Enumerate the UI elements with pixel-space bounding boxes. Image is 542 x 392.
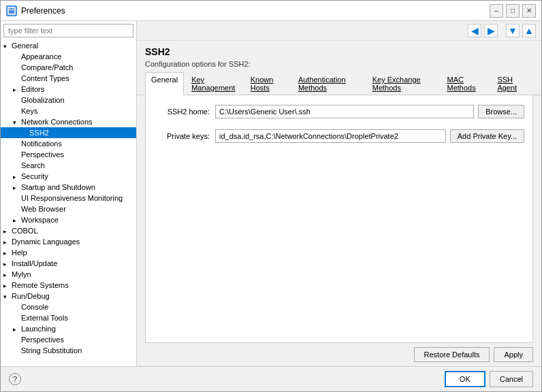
sidebar-item-appearance[interactable]: Appearance [1, 51, 136, 62]
sidebar-item-cobol[interactable]: COBOL [1, 225, 136, 236]
sidebar-item-help[interactable]: Help [1, 247, 136, 258]
footer-buttons: OK Cancel [445, 371, 533, 387]
private-keys-row: Private keys: Add Private Key... [154, 129, 524, 143]
private-keys-label: Private keys: [154, 132, 215, 140]
sidebar-item-mylyn[interactable]: Mylyn [1, 269, 136, 280]
window-title: Preferences [21, 6, 490, 16]
sidebar-item-workspace[interactable]: Workspace [1, 214, 136, 225]
sidebar-item-console[interactable]: Console [1, 301, 136, 312]
sidebar-item-label-cobol: COBOL [12, 227, 38, 235]
sidebar-item-label-general: General [12, 42, 38, 50]
sidebar-item-label-startup-shutdown: Startup and Shutdown [21, 183, 95, 191]
sidebar-item-label-network-connections: Network Connections [21, 118, 93, 126]
add-private-key-button[interactable]: Add Private Key... [450, 129, 524, 143]
sidebar-item-editors[interactable]: Editors [1, 84, 136, 95]
sidebar-item-string-substitution[interactable]: String Substitution [1, 345, 136, 356]
forward-button[interactable]: ▶ [484, 24, 498, 37]
sidebar-item-install-update[interactable]: Install/Update [1, 258, 136, 269]
sidebar-item-startup-shutdown[interactable]: Startup and Shutdown [1, 182, 136, 193]
sidebar-item-label-perspectives-run: Perspectives [21, 336, 64, 344]
sidebar-item-keys[interactable]: Keys [1, 105, 136, 116]
panel-body: SSH2 home: Browse... Private keys: Add P… [145, 95, 533, 343]
main-content: GeneralAppearanceCompare/PatchContent Ty… [1, 21, 541, 366]
sidebar-item-label-install-update: Install/Update [12, 259, 57, 267]
ok-button[interactable]: OK [445, 371, 485, 387]
menu-button[interactable]: ▼ [506, 24, 520, 37]
ssh2-home-row: SSH2 home: Browse... [154, 105, 524, 118]
minimize-button[interactable]: – [490, 4, 503, 18]
cancel-button[interactable]: Cancel [490, 371, 533, 387]
sidebar-item-label-external-tools: External Tools [21, 314, 68, 322]
sidebar-item-label-perspectives: Perspectives [21, 150, 64, 159]
sidebar-item-label-notifications: Notifications [21, 140, 62, 148]
sidebar-item-web-browser[interactable]: Web Browser [1, 203, 136, 214]
title-bar: Preferences – □ ✕ [1, 1, 541, 21]
tab-ssh-agent[interactable]: SSH Agent [491, 72, 532, 95]
sidebar-item-launching[interactable]: Launching [1, 323, 136, 334]
sidebar-item-label-search: Search [21, 161, 45, 169]
tab-key-management[interactable]: Key Management [185, 72, 243, 95]
sidebar-item-label-keys: Keys [21, 107, 37, 115]
window-icon [6, 5, 17, 16]
sidebar-item-globalization[interactable]: Globalization [1, 95, 136, 105]
sidebar-item-ui-responsiveness[interactable]: UI Responsiveness Monitoring [1, 193, 136, 203]
sidebar-item-label-content-types: Content Types [21, 74, 69, 82]
ssh2-home-label: SSH2 home: [154, 108, 215, 116]
sidebar-item-label-workspace: Workspace [21, 216, 59, 224]
sidebar-item-external-tools[interactable]: External Tools [1, 312, 136, 323]
sidebar-item-dynamic-languages[interactable]: Dynamic Languages [1, 236, 136, 247]
right-panel: ◀ ▶ ▼ ▲ SSH2 Configuration options for S… [137, 21, 541, 366]
tabs-bar: GeneralKey ManagementKnown HostsAuthenti… [137, 72, 541, 95]
sidebar-item-perspectives-run[interactable]: Perspectives [1, 334, 136, 345]
sidebar-item-compare-patch[interactable]: Compare/Patch [1, 62, 136, 73]
sidebar-item-label-ui-responsiveness: UI Responsiveness Monitoring [21, 194, 123, 202]
sidebar-item-search[interactable]: Search [1, 160, 136, 171]
sidebar-item-label-mylyn: Mylyn [12, 270, 31, 278]
ssh2-home-input[interactable] [215, 105, 474, 118]
sidebar: GeneralAppearanceCompare/PatchContent Ty… [1, 21, 137, 366]
preferences-window: Preferences – □ ✕ GeneralAppearanceCompa… [0, 0, 542, 392]
footer-bar: ? OK Cancel [1, 366, 541, 391]
window-controls: – □ ✕ [490, 4, 536, 18]
sidebar-item-content-types[interactable]: Content Types [1, 73, 136, 84]
sidebar-item-label-editors: Editors [21, 85, 44, 93]
maximize-button[interactable]: □ [506, 4, 520, 18]
sidebar-item-label-ssh2: SSH2 [29, 129, 49, 137]
help-button[interactable]: ? [9, 373, 21, 385]
sidebar-item-security[interactable]: Security [1, 171, 136, 182]
apply-button[interactable]: Apply [494, 347, 533, 362]
filter-input[interactable] [3, 24, 133, 37]
sidebar-item-label-web-browser: Web Browser [21, 205, 66, 213]
sidebar-item-run-debug[interactable]: Run/Debug [1, 291, 136, 301]
tab-known-hosts[interactable]: Known Hosts [244, 72, 291, 95]
svg-rect-0 [8, 7, 15, 14]
sidebar-item-perspectives[interactable]: Perspectives [1, 149, 136, 160]
sidebar-item-label-appearance: Appearance [21, 52, 61, 61]
sidebar-item-general[interactable]: General [1, 40, 136, 51]
sidebar-item-network-connections[interactable]: Network Connections [1, 116, 136, 127]
tab-key-exchange-methods[interactable]: Key Exchange Methods [366, 72, 440, 95]
sidebar-item-notifications[interactable]: Notifications [1, 138, 136, 149]
private-keys-input[interactable] [215, 129, 446, 143]
sidebar-item-ssh2[interactable]: SSH2 [1, 127, 136, 138]
close-button[interactable]: ✕ [522, 4, 536, 18]
restore-defaults-button[interactable]: Restore Defaults [414, 347, 490, 362]
sidebar-item-label-launching: Launching [21, 325, 56, 333]
sidebar-item-label-string-substitution: String Substitution [21, 346, 82, 355]
sidebar-item-label-run-debug: Run/Debug [12, 292, 50, 300]
panel-description: Configuration options for SSH2: [137, 60, 541, 72]
sidebar-item-label-console: Console [21, 303, 48, 311]
tab-authentication-methods[interactable]: Authentication Methods [292, 72, 365, 95]
tab-general[interactable]: General [145, 72, 184, 95]
panel-title: SSH2 [137, 41, 541, 60]
sidebar-item-remote-systems[interactable]: Remote Systems [1, 280, 136, 291]
tree-area: GeneralAppearanceCompare/PatchContent Ty… [1, 40, 136, 366]
browse-button[interactable]: Browse... [478, 105, 524, 118]
sidebar-item-label-security: Security [21, 172, 48, 180]
options-button[interactable]: ▲ [522, 24, 536, 37]
tab-mac-methods[interactable]: MAC Methods [441, 72, 490, 95]
sidebar-item-label-dynamic-languages: Dynamic Languages [12, 238, 80, 246]
panel-bottom-bar: Restore Defaults Apply [137, 343, 541, 366]
sidebar-item-label-help: Help [12, 248, 27, 257]
back-button[interactable]: ◀ [468, 24, 481, 37]
